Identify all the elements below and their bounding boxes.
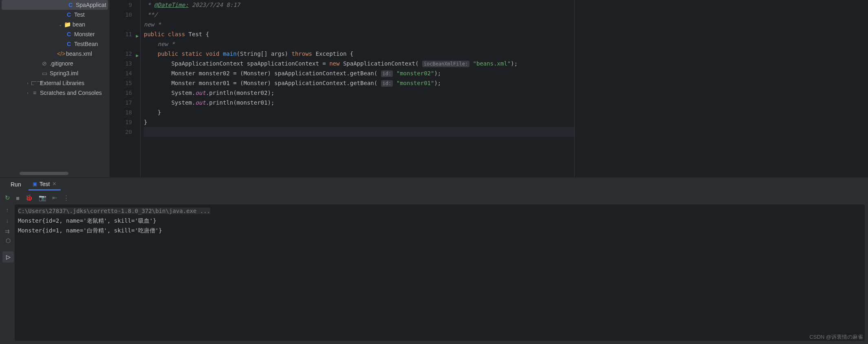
tree-item-spring3-iml[interactable]: ▭Spring3.iml xyxy=(0,68,110,78)
tree-item-external-libraries[interactable]: ›⫍⫎External Libraries xyxy=(0,78,110,88)
line-number[interactable]: 14 xyxy=(110,68,132,78)
chevron-icon[interactable]: › xyxy=(24,91,31,95)
code-line[interactable]: } xyxy=(144,107,574,117)
file-icon: ⫍⫎ xyxy=(31,80,38,86)
code-line[interactable]: new * xyxy=(144,39,574,49)
console-line: Monster{id=1, name='白骨精', skill='吃唐僧'} xyxy=(18,226,861,235)
tree-item-label: beans.xml xyxy=(66,50,92,57)
run-tab-label: Test xyxy=(40,181,50,187)
tree-item-scratches-and-consoles[interactable]: ›≡Scratches and Consoles xyxy=(0,88,110,98)
chevron-icon[interactable]: ⌄ xyxy=(57,22,64,27)
tree-item-label: TestBean xyxy=(74,41,98,47)
code-line[interactable]: System.out.println(monster02); xyxy=(144,88,574,98)
line-number[interactable]: 11▶ xyxy=(110,29,132,39)
code-line[interactable]: } xyxy=(144,117,574,127)
code-line[interactable]: public static void main(String[] args) t… xyxy=(144,49,574,59)
tree-item-label: bean xyxy=(73,21,85,28)
code-line[interactable]: **/ xyxy=(144,10,574,20)
file-icon: 📁 xyxy=(64,21,71,28)
console-command: C:\Users\27837\.jdks\corretto-1.8.0_372\… xyxy=(18,208,210,214)
line-number[interactable]: 12▶ xyxy=(110,49,132,59)
file-icon: C xyxy=(65,41,73,47)
editor-code[interactable]: * @DateTime: 2023/7/24 8:17 **/new *publ… xyxy=(141,0,574,177)
tree-item-label: SpaApplicat xyxy=(76,2,106,8)
console-gutter: ↑ ↓ ⇉ xyxy=(0,204,15,344)
services-icon[interactable]: ⬡ xyxy=(2,235,14,246)
run-config-icon: ▣ xyxy=(33,181,37,187)
file-icon: ▭ xyxy=(41,70,48,77)
line-number[interactable]: 9 xyxy=(110,0,132,10)
file-icon: C xyxy=(65,31,73,37)
watermark: CSDN @诉衷情の麻雀 xyxy=(809,333,863,341)
console-output[interactable]: C:\Users\27837\.jdks\corretto-1.8.0_372\… xyxy=(15,204,865,341)
line-number[interactable]: 13 xyxy=(110,59,132,68)
code-line[interactable]: * @DateTime: 2023/7/24 8:17 xyxy=(144,0,574,10)
tree-scrollbar[interactable] xyxy=(20,172,68,175)
line-number[interactable] xyxy=(110,39,132,49)
run-icon[interactable]: ▷ xyxy=(2,251,14,263)
line-number[interactable]: 15 xyxy=(110,78,132,88)
run-tab-test[interactable]: ▣ Test ✕ xyxy=(29,178,61,191)
run-gutter-icon[interactable]: ▶ xyxy=(136,31,139,41)
left-tool-rail: ⬡ ▷ xyxy=(0,235,16,263)
file-icon: </> xyxy=(57,50,64,57)
debug-icon[interactable]: 🐞 xyxy=(25,194,33,202)
tree-item-label: External Libraries xyxy=(40,80,84,86)
tree-item-label: Scratches and Consoles xyxy=(40,90,102,96)
console-line: Monster{id=2, name='老鼠精', skill='吸血'} xyxy=(18,216,861,226)
file-icon: ⊘ xyxy=(41,60,48,67)
tree-item-test[interactable]: CTest xyxy=(0,10,110,20)
code-line[interactable]: Monster monster02 = (Monster) spaApplica… xyxy=(144,68,574,78)
code-line[interactable]: Monster monster01 = (Monster) spaApplica… xyxy=(144,78,574,88)
code-line[interactable]: public class Test { xyxy=(144,29,574,39)
run-tool-window: Run ▣ Test ✕ ↻ ■ 🐞 📷 ⇤ ⋮ ↑ ↓ ⇉ C:\Users\… xyxy=(0,177,868,344)
rerun-icon[interactable]: ↻ xyxy=(5,194,10,202)
code-editor[interactable]: 91011▶12▶1314151617181920 * @DateTime: 2… xyxy=(110,0,575,177)
tree-item-label: Monster xyxy=(74,31,95,37)
tree-item-label: Test xyxy=(74,11,85,18)
run-gutter-icon[interactable]: ▶ xyxy=(136,51,139,61)
editor-gutter: 91011▶12▶1314151617181920 xyxy=(110,0,141,177)
file-icon: ≡ xyxy=(31,90,38,96)
code-line[interactable]: System.out.println(monster01); xyxy=(144,98,574,107)
tree-item-spaapplicat[interactable]: CSpaApplicat xyxy=(2,0,108,10)
file-icon: C xyxy=(67,2,74,8)
line-number[interactable]: 19 xyxy=(110,117,132,127)
up-arrow-icon[interactable]: ↑ xyxy=(6,207,9,213)
down-arrow-icon[interactable]: ↓ xyxy=(6,217,9,224)
soft-wrap-icon[interactable]: ⇉ xyxy=(5,228,10,234)
line-number[interactable]: 17 xyxy=(110,98,132,107)
line-number[interactable]: 20 xyxy=(110,127,132,137)
code-line[interactable]: new * xyxy=(144,20,574,29)
run-toolbar: ↻ ■ 🐞 📷 ⇤ ⋮ xyxy=(0,191,868,204)
line-number[interactable]: 16 xyxy=(110,88,132,98)
editor-right-margin xyxy=(575,0,868,177)
file-icon: C xyxy=(65,11,73,18)
close-tab-icon[interactable]: ✕ xyxy=(52,181,57,187)
run-panel-title: Run xyxy=(5,181,27,188)
tree-item-beans-xml[interactable]: </>beans.xml xyxy=(0,49,110,59)
tree-item-label: .gitignore xyxy=(50,60,73,67)
exit-icon[interactable]: ⇤ xyxy=(52,194,57,202)
tree-item-label: Spring3.iml xyxy=(50,70,78,77)
tree-item--gitignore[interactable]: ⊘.gitignore xyxy=(0,59,110,68)
tree-item-testbean[interactable]: CTestBean xyxy=(0,39,110,49)
more-icon[interactable]: ⋮ xyxy=(63,194,69,202)
camera-icon[interactable]: 📷 xyxy=(39,194,46,202)
code-line[interactable]: SpaApplicationContext spaApplicationCont… xyxy=(144,59,574,68)
stop-icon[interactable]: ■ xyxy=(16,195,20,202)
code-line[interactable] xyxy=(144,127,574,137)
tree-item-monster[interactable]: CMonster xyxy=(0,29,110,39)
tree-item-bean[interactable]: ⌄📁bean xyxy=(0,20,110,29)
project-tree: CSpaApplicatCTest⌄📁beanCMonsterCTestBean… xyxy=(0,0,110,177)
line-number[interactable] xyxy=(110,20,132,29)
chevron-icon[interactable]: › xyxy=(24,81,31,85)
line-number[interactable]: 10 xyxy=(110,10,132,20)
line-number[interactable]: 18 xyxy=(110,107,132,117)
